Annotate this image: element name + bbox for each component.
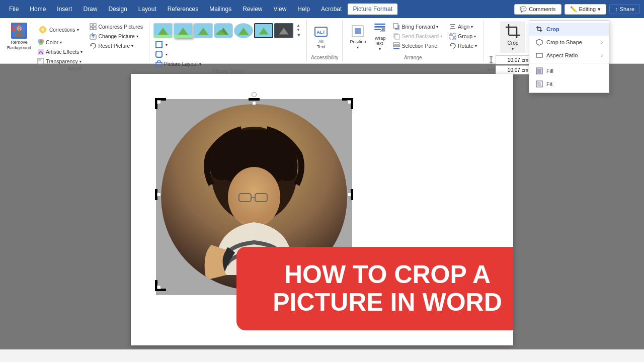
svg-rect-59 bbox=[395, 35, 399, 39]
send-backward-button[interactable]: Send Backward ▾ bbox=[391, 32, 444, 41]
remove-bg-label: RemoveBackground bbox=[7, 40, 31, 51]
rotate-button[interactable]: Rotate ▾ bbox=[447, 41, 479, 50]
menu-view[interactable]: View bbox=[269, 4, 292, 15]
editing-button[interactable]: ✏️ Editing ▾ bbox=[565, 4, 607, 15]
sel-handle-top[interactable] bbox=[252, 101, 256, 105]
sel-handle-right[interactable] bbox=[347, 193, 351, 197]
sel-handle-topleft[interactable] bbox=[157, 100, 161, 104]
dropdown-crop-item[interactable]: Crop bbox=[529, 23, 609, 36]
scroll-down-icon[interactable]: ▼ bbox=[295, 28, 302, 32]
svg-marker-69 bbox=[450, 44, 452, 46]
bring-forward-label: Bring Forward bbox=[401, 24, 435, 30]
change-picture-icon bbox=[90, 33, 97, 40]
remove-background-button[interactable]: RemoveBackground bbox=[4, 21, 34, 52]
compress-pictures-button[interactable]: Compress Pictures bbox=[88, 22, 145, 31]
accessibility-group: ALT AltText Accessibility bbox=[307, 20, 343, 61]
style-shadow[interactable] bbox=[174, 23, 193, 38]
dropdown-crop-icon bbox=[535, 25, 543, 33]
bring-forward-button[interactable]: Bring Forward ▾ bbox=[391, 22, 444, 31]
alt-text-button[interactable]: ALT AltText bbox=[311, 21, 331, 52]
align-button[interactable]: Align ▾ bbox=[447, 22, 479, 31]
alt-text-icon: ALT bbox=[314, 24, 328, 38]
selection-pane-button[interactable]: Selection Pane bbox=[391, 41, 444, 50]
style-rounded[interactable] bbox=[214, 23, 233, 38]
wrap-text-button[interactable]: WrapText ▾ bbox=[370, 21, 390, 52]
rotation-handle[interactable] bbox=[252, 92, 257, 97]
svg-point-6 bbox=[41, 28, 44, 31]
crop-button[interactable]: Crop ▾ bbox=[500, 21, 525, 53]
ribbon-content: RemoveBackground Corrections bbox=[0, 18, 644, 63]
corrections-label: Corrections bbox=[49, 27, 75, 33]
color-button[interactable]: Color ▾ bbox=[35, 38, 85, 47]
corrections-button[interactable]: Corrections ▾ bbox=[35, 22, 85, 37]
reset-picture-icon bbox=[90, 42, 97, 49]
picture-effects-button[interactable]: ▾ bbox=[153, 50, 203, 59]
dropdown-aspect-ratio-item[interactable]: Aspect Ratio › bbox=[529, 49, 609, 62]
artistic-effects-button[interactable]: Artistic Effects ▾ bbox=[35, 47, 85, 56]
compress-label: Compress Pictures bbox=[98, 24, 143, 30]
corrections-icon bbox=[38, 25, 47, 34]
text-banner: HOW TO CROP A PICTURE IN Word bbox=[236, 247, 513, 330]
menu-review[interactable]: Review bbox=[237, 4, 267, 15]
alt-text-label: AltText bbox=[317, 39, 326, 49]
menu-home[interactable]: Home bbox=[25, 4, 51, 15]
scroll-up-icon[interactable]: ▲ bbox=[295, 24, 302, 28]
menu-picture-format[interactable]: Picture Format bbox=[348, 4, 397, 15]
style-plain[interactable] bbox=[153, 23, 173, 38]
style-reflected[interactable] bbox=[194, 23, 213, 38]
layout-arrow-icon: ▾ bbox=[199, 62, 201, 66]
menu-acrobat[interactable]: Acrobat bbox=[316, 4, 347, 15]
group-button[interactable]: Group ▾ bbox=[447, 32, 479, 41]
height-input[interactable] bbox=[496, 55, 531, 64]
compress-pictures-icon bbox=[90, 23, 97, 30]
sel-handle-topright[interactable] bbox=[347, 100, 351, 104]
transparency-icon bbox=[37, 58, 44, 65]
dropdown-crop-shape-item[interactable]: Crop to Shape › bbox=[529, 36, 609, 49]
width-input[interactable] bbox=[496, 65, 531, 74]
picture-styles-content: ▲ ▼ ▼ ▾ bbox=[153, 21, 302, 68]
sel-handle-bottomleft[interactable] bbox=[157, 285, 161, 289]
share-button[interactable]: ↑ Share bbox=[609, 4, 640, 14]
menu-file[interactable]: File bbox=[4, 4, 24, 15]
menu-references[interactable]: References bbox=[163, 4, 203, 15]
position-button[interactable]: Position ▾ bbox=[347, 21, 369, 52]
svg-rect-19 bbox=[90, 27, 93, 30]
menu-layout[interactable]: Layout bbox=[133, 4, 162, 15]
color-label: Color bbox=[46, 39, 58, 45]
document-page[interactable]: HOW TO CROP A PICTURE IN Word bbox=[131, 74, 513, 345]
menu-mailings[interactable]: Mailings bbox=[204, 4, 236, 15]
crop-handle-top[interactable] bbox=[249, 98, 260, 101]
style-oval[interactable] bbox=[234, 23, 253, 38]
style-selected[interactable] bbox=[274, 23, 293, 38]
reset-picture-button[interactable]: Reset Picture ▾ bbox=[88, 41, 145, 50]
picture-border-button[interactable]: ▾ bbox=[153, 40, 203, 49]
change-arrow-icon: ▾ bbox=[136, 34, 138, 39]
artistic-arrow-icon: ▾ bbox=[80, 50, 83, 54]
menu-design[interactable]: Design bbox=[103, 4, 132, 15]
change-picture-button[interactable]: Change Picture ▾ bbox=[88, 32, 145, 41]
arrange-group: Position ▾ WrapText ▾ bbox=[343, 20, 484, 61]
share-icon: ↑ bbox=[615, 6, 618, 12]
sel-handle-left[interactable] bbox=[157, 193, 161, 197]
dropdown-fit-item[interactable]: Fit bbox=[529, 77, 609, 90]
menu-insert[interactable]: Insert bbox=[52, 4, 77, 15]
picture-layout-button[interactable]: Picture Layout ▾ bbox=[153, 59, 203, 68]
effects-arrow-icon: ▾ bbox=[166, 52, 168, 57]
dropdown-fill-item[interactable]: Fill bbox=[529, 64, 609, 77]
main-area: HOW TO CROP A PICTURE IN Word bbox=[0, 64, 644, 349]
position-label: Position bbox=[350, 39, 366, 44]
comments-icon: 💬 bbox=[520, 6, 527, 13]
svg-rect-20 bbox=[94, 27, 96, 30]
adjust-content: RemoveBackground Corrections bbox=[4, 21, 145, 66]
style-dark-border[interactable] bbox=[254, 23, 273, 38]
comments-button[interactable]: 💬 Comments bbox=[514, 4, 561, 15]
menu-help[interactable]: Help bbox=[292, 4, 315, 15]
dropdown-divider bbox=[529, 63, 609, 63]
align-label: Align bbox=[458, 24, 469, 30]
size-group: Crop ▾ ▲ bbox=[484, 20, 542, 61]
menu-right-actions: 💬 Comments ✏️ Editing ▾ ↑ Share bbox=[514, 4, 640, 15]
transparency-button[interactable]: Transparency ▾ bbox=[35, 57, 85, 66]
scroll-expand-icon[interactable]: ▼ bbox=[295, 33, 302, 38]
svg-point-2 bbox=[15, 32, 23, 37]
menu-draw[interactable]: Draw bbox=[78, 4, 102, 15]
